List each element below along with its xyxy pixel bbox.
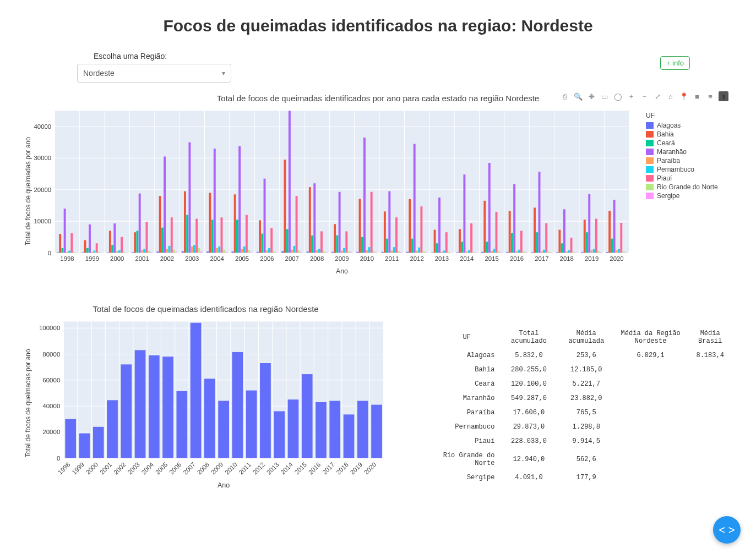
svg-text:Ano: Ano [336, 267, 348, 275]
legend-item[interactable]: Maranhão [646, 148, 734, 156]
hover-closest-icon[interactable]: ■ [692, 91, 702, 101]
lasso-select-icon[interactable]: ◯ [613, 91, 623, 101]
svg-rect-79 [209, 193, 211, 253]
zoom-out-icon[interactable]: － [639, 91, 649, 101]
bottom-chart[interactable]: 0200004000060000800001000001998199920002… [32, 317, 389, 490]
legend-item[interactable]: Rio Grande do Norte [646, 183, 734, 191]
svg-rect-27 [91, 252, 93, 253]
svg-rect-251 [600, 252, 602, 253]
svg-rect-71 [191, 246, 193, 253]
svg-text:2018: 2018 [335, 461, 350, 476]
svg-text:2015: 2015 [485, 255, 499, 262]
table-row: Paraíba17.606,0765,5 [433, 405, 734, 420]
svg-rect-289 [107, 400, 118, 458]
svg-rect-96 [248, 250, 250, 253]
table-cell [615, 391, 686, 405]
legend-item[interactable]: Sergipe [646, 192, 734, 200]
svg-rect-14 [61, 248, 63, 253]
svg-text:60000: 60000 [42, 377, 60, 383]
reset-axes-icon[interactable]: ⌂ [666, 91, 676, 101]
svg-rect-18 [70, 233, 73, 253]
svg-rect-37 [113, 223, 116, 253]
svg-rect-337 [329, 401, 340, 458]
table-cell [615, 434, 686, 448]
legend-item[interactable]: Piauí [646, 174, 734, 182]
svg-rect-216 [520, 231, 523, 253]
svg-text:2012: 2012 [410, 255, 423, 262]
svg-text:2002: 2002 [160, 255, 174, 262]
top-chart[interactable]: 0100002000030000400001998199920002001200… [32, 106, 635, 277]
table-cell: 5.832,0 [500, 348, 557, 363]
zoom-icon[interactable]: 🔍 [573, 91, 583, 101]
pan-icon[interactable]: ✥ [586, 91, 596, 101]
svg-rect-207 [500, 252, 502, 253]
hover-compare-icon[interactable]: ≡ [705, 91, 715, 101]
region-select[interactable]: Nordeste ▾ [77, 64, 231, 83]
svg-rect-325 [274, 411, 285, 458]
svg-rect-57 [159, 196, 161, 253]
svg-rect-101 [259, 220, 261, 253]
svg-rect-122 [307, 251, 309, 253]
svg-rect-145 [359, 199, 361, 253]
svg-text:2007: 2007 [285, 255, 299, 262]
svg-rect-94 [243, 246, 246, 253]
plotly-logo-icon[interactable]: ⫾ [719, 91, 728, 101]
table-cell: Alagoas [433, 348, 500, 363]
svg-text:Ano: Ano [217, 481, 230, 489]
svg-rect-183 [445, 232, 448, 253]
table-cell: Rio Grande do Norte [433, 448, 500, 470]
autoscale-icon[interactable]: ⤢ [652, 91, 662, 101]
svg-rect-148 [366, 250, 368, 253]
legend-item[interactable]: Alagoas [646, 122, 734, 129]
legend-swatch [646, 184, 654, 190]
svg-text:2005: 2005 [235, 255, 249, 262]
svg-rect-31 [100, 253, 102, 253]
svg-text:2000: 2000 [85, 461, 100, 476]
table-row: Maranhão549.287,023.882,0 [433, 391, 734, 405]
svg-rect-0 [55, 111, 629, 253]
table-cell: 562,6 [558, 448, 615, 470]
table-cell [615, 363, 686, 377]
svg-rect-91 [236, 220, 238, 253]
svg-rect-255 [608, 211, 611, 253]
legend-swatch [646, 166, 654, 173]
legend-item[interactable]: Ceará [646, 139, 734, 147]
svg-text:2017: 2017 [535, 255, 548, 262]
download-plot-icon[interactable]: ⎙ [560, 91, 570, 101]
table-cell: 8.183,4 [686, 348, 734, 363]
zoom-in-icon[interactable]: ＋ [626, 91, 636, 101]
svg-rect-224 [539, 172, 541, 253]
svg-rect-150 [371, 192, 373, 253]
svg-rect-190 [461, 242, 463, 253]
table-cell: Paraíba [433, 405, 500, 420]
table-cell: 280.255,0 [500, 363, 557, 377]
svg-rect-97 [250, 252, 252, 253]
svg-rect-146 [361, 237, 363, 253]
legend-item[interactable]: Paraíba [646, 157, 734, 165]
svg-rect-172 [420, 206, 422, 253]
svg-rect-90 [234, 194, 236, 253]
svg-text:1998: 1998 [57, 461, 72, 476]
svg-text:2000: 2000 [110, 255, 124, 262]
svg-rect-62 [171, 217, 173, 253]
info-button[interactable]: + info [660, 56, 690, 70]
box-select-icon[interactable]: ▭ [600, 91, 610, 101]
svg-rect-243 [581, 252, 584, 253]
legend-item[interactable]: Bahia [646, 130, 734, 138]
svg-text:2010: 2010 [224, 461, 238, 476]
toggle-spike-icon[interactable]: 📍 [679, 91, 689, 101]
svg-rect-56 [156, 251, 159, 253]
bottom-chart-ylabel: Total de focos de queimadas por ano [22, 317, 32, 490]
legend-item[interactable]: Pernambuco [646, 166, 734, 173]
svg-text:2005: 2005 [154, 461, 169, 476]
svg-rect-29 [96, 243, 98, 253]
svg-rect-262 [625, 252, 627, 253]
svg-text:2009: 2009 [335, 255, 349, 262]
svg-rect-260 [620, 223, 622, 253]
svg-rect-304 [176, 391, 187, 458]
svg-text:80000: 80000 [42, 351, 60, 358]
svg-rect-232 [556, 252, 558, 253]
svg-rect-41 [123, 252, 125, 253]
svg-text:2011: 2011 [237, 461, 252, 476]
svg-text:2007: 2007 [182, 461, 197, 476]
